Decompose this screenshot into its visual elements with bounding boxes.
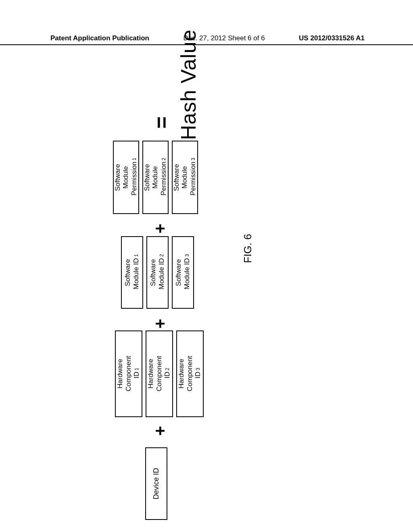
permission-box-2: Software Module Permission2 bbox=[142, 141, 169, 214]
permission-box-1: Software Module Permission1 bbox=[113, 141, 139, 214]
page-header: Patent Application Publication Dec. 27, … bbox=[0, 34, 413, 45]
mod3-l2: Module ID bbox=[183, 258, 191, 289]
modules-group: Software Module ID1 Software Module ID2 … bbox=[121, 236, 194, 309]
perm2-l2: Module bbox=[151, 166, 159, 189]
hw1-l3: ID bbox=[133, 372, 140, 378]
hardware-group: Hardware Component ID1 Hardware Componen… bbox=[115, 330, 204, 417]
perm2-l3: Permission bbox=[160, 162, 167, 195]
mod2-l2: Module ID bbox=[158, 258, 165, 289]
hash-diagram: Hash Value = Software Module Permission1… bbox=[113, 56, 202, 484]
mod1-sub: 1 bbox=[133, 254, 139, 257]
permissions-group: Software Module Permission1 Software Mod… bbox=[113, 141, 198, 214]
perm3-l1: Software bbox=[173, 164, 180, 191]
mod2-l1: Software bbox=[149, 259, 157, 286]
perm2-sub: 2 bbox=[161, 158, 167, 160]
hw1-sub: 1 bbox=[134, 368, 140, 370]
hw2-l1: Hardware bbox=[147, 359, 154, 389]
header-left-text: Patent Application Publication bbox=[50, 34, 149, 42]
figure-label: FIG. 6 bbox=[242, 234, 254, 263]
mod3-sub: 3 bbox=[184, 254, 190, 257]
hw2-sub: 2 bbox=[165, 368, 170, 370]
module-box-1: Software Module ID1 bbox=[121, 236, 143, 309]
hw3-l2: Component bbox=[186, 356, 194, 392]
hw1-l1: Hardware bbox=[116, 359, 124, 389]
header-right-text: US 2012/0331526 A1 bbox=[299, 34, 365, 42]
perm3-l3: Permission bbox=[189, 162, 197, 195]
permission-box-3: Software Module Permission3 bbox=[172, 141, 198, 214]
plus-operator-3: + bbox=[150, 426, 170, 436]
mod3-l1: Software bbox=[175, 259, 182, 286]
module-box-3: Software Module ID3 bbox=[172, 236, 194, 309]
module-box-2: Software Module ID2 bbox=[146, 236, 169, 309]
plus-operator-1: + bbox=[150, 224, 170, 234]
hw3-l3: ID bbox=[194, 372, 202, 378]
hardware-box-3: Hardware Component ID3 bbox=[176, 330, 204, 417]
device-id-box: Device ID bbox=[145, 447, 167, 520]
hw3-l1: Hardware bbox=[177, 359, 185, 389]
mod1-l2: Module ID bbox=[132, 258, 140, 289]
perm1-l3: Permission bbox=[130, 162, 138, 195]
perm3-l2: Module bbox=[181, 166, 188, 189]
perm1-l2: Module bbox=[122, 166, 129, 189]
mod2-sub: 2 bbox=[159, 254, 165, 257]
mod1-l1: Software bbox=[124, 259, 131, 286]
hw1-l2: Component bbox=[125, 356, 132, 392]
plus-operator-2: + bbox=[150, 319, 170, 329]
perm1-sub: 1 bbox=[131, 158, 137, 160]
perm1-l1: Software bbox=[114, 164, 121, 191]
hash-value-label: Hash Value bbox=[176, 29, 200, 140]
hw3-sub: 3 bbox=[195, 368, 201, 370]
perm3-sub: 3 bbox=[190, 158, 196, 160]
hardware-box-1: Hardware Component ID1 bbox=[115, 330, 142, 417]
hardware-box-2: Hardware Component ID2 bbox=[146, 330, 173, 417]
equals-operator: = bbox=[149, 116, 173, 129]
hw2-l3: ID bbox=[163, 372, 171, 378]
hw2-l2: Component bbox=[155, 356, 163, 392]
perm2-l1: Software bbox=[143, 164, 151, 191]
